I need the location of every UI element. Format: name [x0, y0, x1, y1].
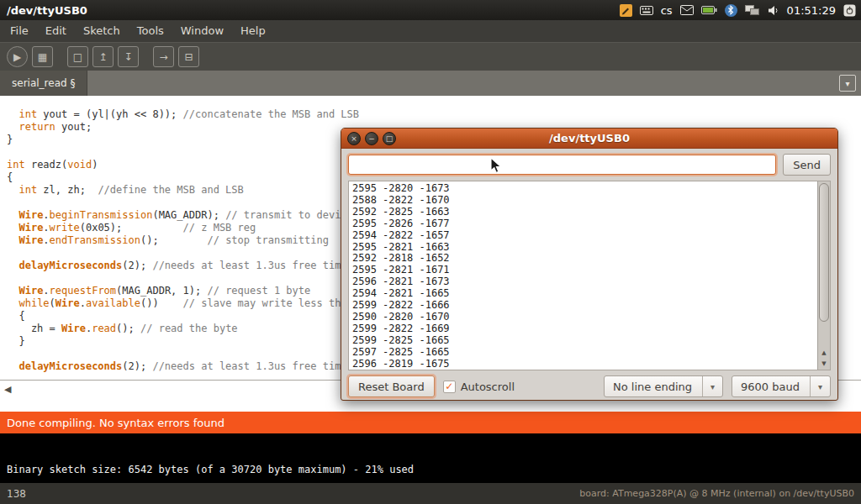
autoscroll-label: Autoscroll	[461, 381, 515, 393]
hscroll-left-icon[interactable]: ◀	[4, 384, 11, 396]
serial-output-area[interactable]: 2595 -2820 -1673 2588 -2822 -1670 2592 -…	[348, 181, 831, 370]
save-sketch-button[interactable]: ↧	[118, 46, 139, 67]
session-power-icon[interactable]	[843, 4, 856, 17]
bluetooth-icon[interactable]	[725, 4, 737, 17]
baud-rate-select[interactable]: 9600 baud ▾	[732, 375, 831, 397]
check-icon: ✓	[444, 381, 455, 392]
clock[interactable]: 01:51:29	[787, 4, 836, 17]
open-sketch-button[interactable]: ↥	[92, 46, 114, 67]
menu-help[interactable]: Help	[232, 20, 274, 42]
menu-file[interactable]: File	[2, 20, 37, 42]
menu-edit[interactable]: Edit	[37, 20, 75, 42]
menu-tools[interactable]: Tools	[129, 20, 172, 42]
tab-serial-read[interactable]: serial_read §	[0, 71, 87, 96]
network-icon[interactable]	[745, 5, 760, 16]
window-controls: ×−□	[347, 132, 396, 145]
code-line: int yout = (yl|(yh << 8)); //concatenate…	[7, 108, 861, 121]
autoscroll-checkbox[interactable]: ✓ Autoscroll	[443, 381, 515, 393]
top-panel: /dev/ttyUSB0 cs 01:51:29	[0, 0, 861, 20]
serial-monitor-button[interactable]: ⊟	[178, 46, 199, 67]
verify-button[interactable]: ▶	[7, 46, 28, 67]
serial-output-text: 2595 -2820 -1673 2588 -2822 -1670 2592 -…	[349, 181, 830, 370]
send-button[interactable]: Send	[783, 154, 831, 176]
minimize-button[interactable]: −	[365, 132, 378, 145]
status-footer: 138 board: ATmega328P(A) @ 8 MHz (intern…	[0, 483, 861, 504]
chevron-down-icon[interactable]: ▾	[810, 376, 830, 396]
volume-icon[interactable]	[768, 5, 779, 16]
board-info: board: ATmega328P(A) @ 8 MHz (internal) …	[579, 488, 854, 499]
scroll-down-icon[interactable]: ▼	[818, 359, 830, 370]
build-console-text: Binary sketch size: 6542 bytes (of a 307…	[7, 464, 414, 475]
close-button[interactable]: ×	[347, 132, 361, 145]
keyboard-layout-indicator[interactable]: cs	[661, 4, 673, 17]
tab-dropdown-button[interactable]: ▾	[839, 75, 856, 92]
build-console: Binary sketch size: 6542 bytes (of a 307…	[0, 433, 861, 483]
notes-icon[interactable]	[620, 4, 632, 17]
scrollbar-thumb[interactable]	[819, 183, 829, 322]
mouse-cursor	[490, 157, 502, 177]
upload-button[interactable]: →	[153, 46, 174, 67]
maximize-button[interactable]: □	[383, 132, 396, 145]
line-number-indicator: 138	[7, 488, 26, 500]
line-ending-value: No line ending	[605, 376, 702, 396]
battery-icon[interactable]	[701, 6, 717, 14]
system-tray: cs 01:51:29	[620, 4, 856, 17]
stop-button[interactable]: ▦	[32, 46, 53, 67]
mail-icon[interactable]	[680, 5, 694, 15]
serial-input[interactable]	[348, 155, 776, 175]
tab-bar: serial_read § ▾	[0, 71, 861, 96]
keyboard-icon[interactable]	[640, 6, 653, 15]
menu-bar: FileEditSketchToolsWindowHelp	[0, 20, 861, 42]
serial-window-titlebar[interactable]: ×−□ /dev/ttyUSB0	[341, 129, 837, 149]
new-sketch-button[interactable]: □	[67, 46, 88, 67]
serial-monitor-window: ×−□ /dev/ttyUSB0 Send 2595 -2820 -1673 2…	[341, 128, 838, 401]
compile-status-message: Done compiling. No syntax errors found	[7, 417, 224, 429]
menu-window[interactable]: Window	[172, 20, 232, 42]
toolbar: ▶▦□↥↧→⊟	[0, 42, 861, 71]
chevron-down-icon[interactable]: ▾	[702, 376, 722, 396]
reset-board-button[interactable]: Reset Board	[348, 375, 435, 397]
line-ending-select[interactable]: No line ending ▾	[604, 375, 723, 397]
serial-scrollbar[interactable]: ▲ ▼	[817, 181, 830, 370]
baud-rate-value: 9600 baud	[732, 376, 810, 396]
serial-window-title: /dev/ttyUSB0	[341, 132, 837, 144]
checkbox-box[interactable]: ✓	[443, 381, 456, 393]
focused-window-title: /dev/ttyUSB0	[7, 4, 87, 17]
menu-sketch[interactable]: Sketch	[75, 20, 129, 42]
scroll-up-icon[interactable]: ▲	[818, 348, 830, 359]
compile-status-bar: Done compiling. No syntax errors found	[0, 412, 861, 433]
